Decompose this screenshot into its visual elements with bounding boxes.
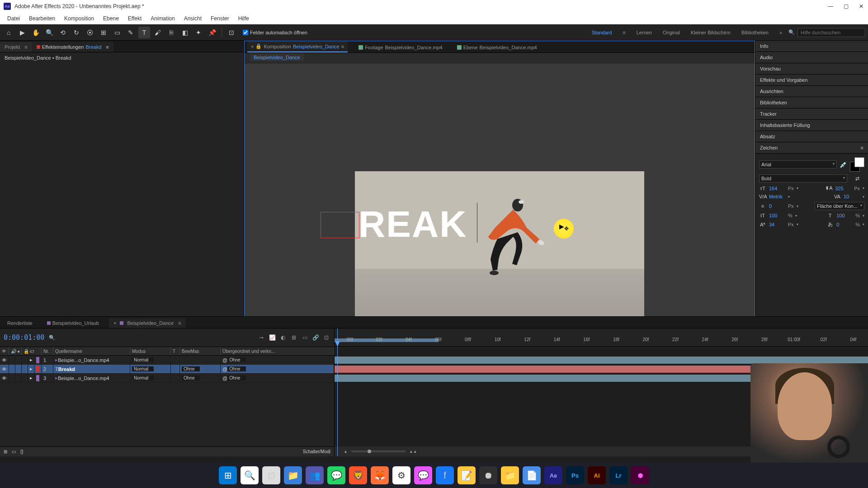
close-button[interactable]: ✕: [858, 3, 864, 9]
vscale-value[interactable]: 100: [769, 213, 785, 218]
workspace-bibliotheken[interactable]: Bibliotheken: [737, 28, 773, 37]
tl-mb-icon[interactable]: ◐: [279, 333, 287, 342]
zoom-slider[interactable]: [351, 450, 406, 452]
baseline-value[interactable]: 34: [769, 222, 785, 227]
workspace-standard[interactable]: Standard: [587, 28, 617, 37]
explorer-icon[interactable]: 📁: [284, 466, 302, 484]
tl-graph-icon[interactable]: 📈: [268, 333, 276, 342]
hand-tool[interactable]: ✋: [30, 27, 42, 38]
panel-info[interactable]: Info: [755, 41, 868, 52]
menu-datei[interactable]: Datei: [3, 14, 24, 23]
timeline-ruler[interactable]: :00f 02f 04f 06f 08f 10f 12f 14f 16f 18f…: [335, 328, 868, 347]
tsume-value[interactable]: 0: [836, 222, 853, 227]
parent-pickwhip-icon[interactable]: @: [222, 375, 227, 381]
timeline-timecode[interactable]: 0:00:01:00: [4, 333, 44, 342]
tl-3d-icon[interactable]: ⊞: [290, 333, 298, 342]
text-layer-preview[interactable]: REAK: [359, 203, 467, 245]
font-size-value[interactable]: 164: [769, 186, 785, 191]
panel-menu-icon[interactable]: ≡: [861, 145, 863, 150]
panel-tracker[interactable]: Tracker: [755, 108, 868, 120]
eye-icon[interactable]: 👁: [2, 375, 7, 381]
mode-dropdown[interactable]: Normal: [132, 375, 154, 380]
mode-dropdown[interactable]: Normal: [132, 357, 154, 362]
tl-tab-dance[interactable]: ×Beispielvideo_Dance≡: [109, 318, 186, 328]
eyedropper-icon[interactable]: 💉: [840, 161, 847, 168]
pen-tool[interactable]: ✎: [125, 27, 137, 38]
panel-audio[interactable]: Audio: [755, 52, 868, 63]
rect-tool[interactable]: ▭: [111, 27, 123, 38]
swap-colors-icon[interactable]: ⇄: [850, 176, 864, 182]
workspace-lernen[interactable]: Lernen: [632, 28, 656, 37]
messenger-icon[interactable]: 💬: [414, 466, 432, 484]
eye-icon[interactable]: 👁: [2, 357, 7, 363]
app-icon-generic[interactable]: ⚙: [392, 466, 410, 484]
zoom-tool[interactable]: 🔍: [43, 27, 55, 38]
panel-absatz[interactable]: Absatz: [755, 131, 868, 142]
type-tool[interactable]: T: [138, 27, 150, 38]
tl-frame-icon[interactable]: ▭: [12, 449, 16, 454]
workspace-kleiner[interactable]: Kleiner Bildschirm: [686, 28, 735, 37]
brush-tool[interactable]: 🖌: [152, 27, 164, 38]
parent-dropdown[interactable]: Ohne: [227, 357, 245, 362]
eye-icon[interactable]: 👁: [2, 366, 7, 372]
workspace-more-icon[interactable]: »: [775, 28, 787, 37]
playhead[interactable]: [337, 328, 338, 456]
ai-taskbar-icon[interactable]: Ai: [588, 466, 606, 484]
font-style-select[interactable]: Bold▾: [759, 174, 847, 183]
comp-tab-komposition[interactable]: ×🔒 Komposition Beispielvideo_Dance ≡: [247, 41, 348, 52]
editor-icon[interactable]: 📄: [523, 466, 541, 484]
selection-tool[interactable]: ▶: [16, 27, 28, 38]
schalter-modi-button[interactable]: Schalter/Modi: [303, 449, 330, 454]
tl-expr-icon[interactable]: ⊡: [322, 333, 330, 342]
comp-breadcrumb[interactable]: Beispielvideo_Dance: [245, 53, 755, 64]
auto-open-input[interactable]: [243, 30, 248, 35]
parent-pickwhip-icon[interactable]: @: [222, 357, 227, 363]
layer-color-icon[interactable]: [36, 366, 39, 372]
tab-effekteinstellungen[interactable]: Effekteinstellungen Breakd ≡: [32, 42, 113, 52]
layer-color-icon[interactable]: [36, 357, 39, 363]
panel-vorschau[interactable]: Vorschau: [755, 63, 868, 75]
menu-animation[interactable]: Animation: [146, 14, 179, 23]
parent-pickwhip-icon[interactable]: @: [222, 366, 227, 372]
whatsapp-icon[interactable]: 💬: [327, 466, 345, 484]
tl-tab-urlaub[interactable]: Beispielvideo_Urlaub: [42, 318, 104, 328]
taskbar-search-icon[interactable]: 🔍: [241, 466, 259, 484]
comp-tab-footage[interactable]: Footage Beispielvideo_Dance.mp4: [355, 42, 446, 52]
panbehind-tool[interactable]: ⊞: [98, 27, 109, 38]
tab-projekt[interactable]: Projekt≡: [0, 42, 32, 52]
zoom-in-icon[interactable]: ▲▲: [409, 449, 417, 454]
hscale-value[interactable]: 100: [836, 213, 853, 218]
camera-tool[interactable]: ⦿: [84, 27, 96, 38]
puppet-tool[interactable]: 📌: [206, 27, 218, 38]
mode-dropdown[interactable]: Normal: [132, 366, 154, 371]
teams-icon[interactable]: 👥: [306, 466, 324, 484]
brave-icon[interactable]: 🦁: [349, 466, 367, 484]
maximize-button[interactable]: ▢: [843, 3, 849, 9]
minimize-button[interactable]: —: [827, 3, 834, 9]
panel-effekte[interactable]: Effekte und Vorgaben: [755, 75, 868, 86]
stroke-option-select[interactable]: Fläche über Kon...▾: [815, 202, 864, 210]
stroke-value[interactable]: 0: [769, 203, 785, 209]
obs-icon[interactable]: ⏺: [479, 466, 497, 484]
comp-canvas[interactable]: REAK ▶✥: [355, 171, 644, 334]
comp-tab-ebene[interactable]: Ebene Beispielvideo_Dance.mp4: [453, 42, 541, 52]
roto-tool[interactable]: ✦: [193, 27, 204, 38]
start-button[interactable]: ⊞: [219, 466, 237, 484]
tracking-value[interactable]: 10: [844, 194, 860, 199]
auto-open-checkbox[interactable]: Felder automatisch öffnen: [243, 30, 307, 35]
workspace-menu-icon[interactable]: ≡: [618, 28, 630, 37]
leading-value[interactable]: 325: [835, 186, 851, 191]
lr-taskbar-icon[interactable]: Lr: [609, 466, 627, 484]
clone-tool[interactable]: ⎘: [165, 27, 177, 38]
taskview-icon[interactable]: ⊡: [262, 466, 280, 484]
tl-toggle-icon[interactable]: ⊞: [4, 449, 7, 454]
workspace-original[interactable]: Original: [658, 28, 684, 37]
mask-dropdown[interactable]: Ohne: [182, 375, 200, 380]
tl-frame-icon[interactable]: ▭: [301, 333, 309, 342]
tl-tab-renderliste[interactable]: Renderliste: [3, 318, 37, 328]
snap-icon[interactable]: ⊡: [226, 27, 237, 38]
menu-effekt[interactable]: Effekt: [123, 14, 146, 23]
home-tool[interactable]: ⌂: [3, 27, 14, 38]
panel-zeichen[interactable]: Zeichen≡: [755, 142, 868, 154]
xd-taskbar-icon[interactable]: ⬢: [631, 466, 649, 484]
